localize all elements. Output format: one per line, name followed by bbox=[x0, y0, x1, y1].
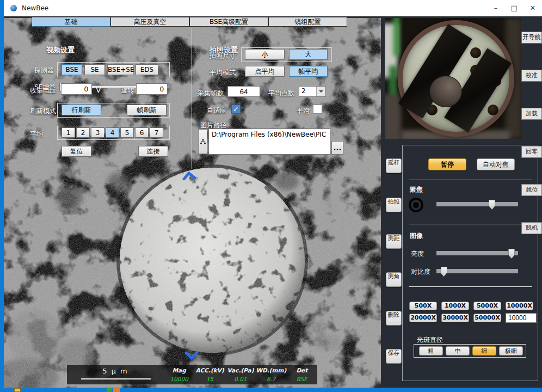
collect-voltage-label: 收集电压 bbox=[30, 86, 56, 95]
separator bbox=[409, 180, 532, 180]
detector-bse-se-button[interactable]: BSE+SE bbox=[107, 64, 133, 75]
calibrate-button[interactable]: 校准 bbox=[521, 70, 542, 82]
collect-voltage-input[interactable] bbox=[61, 83, 92, 95]
detector-se-button[interactable]: SE bbox=[84, 64, 105, 75]
reset-button[interactable]: 复位 bbox=[61, 146, 91, 157]
mag-10000x-button[interactable]: 10000X bbox=[506, 302, 533, 310]
stage-hole bbox=[470, 47, 481, 58]
average-3-button[interactable]: 3 bbox=[91, 127, 104, 138]
info-header: Det bbox=[287, 367, 317, 373]
pause-button[interactable]: 暂停 bbox=[428, 158, 466, 170]
app-tray-icon-2[interactable] bbox=[113, 388, 120, 392]
save-button[interactable]: 保存 bbox=[386, 349, 402, 364]
mag-30000x-button[interactable]: 30000X bbox=[441, 314, 469, 322]
app-logo-icon bbox=[10, 5, 17, 11]
joystick-button[interactable]: 摇杆 bbox=[386, 158, 402, 173]
path-input[interactable]: D:\Program Files (x86)\NewBee\PIC bbox=[208, 128, 330, 155]
app-tray-icon[interactable] bbox=[107, 388, 112, 392]
chevron-down-icon[interactable] bbox=[184, 351, 199, 360]
avg-point-button[interactable]: 点平均 bbox=[245, 66, 285, 77]
avg-points-dropdown[interactable]: 2 bbox=[299, 86, 326, 97]
detector-label: 探测器 bbox=[34, 66, 54, 75]
brightness-slider[interactable] bbox=[436, 251, 518, 255]
focus-label: 聚焦 bbox=[410, 185, 423, 194]
measure-angle-button[interactable]: 测角 bbox=[386, 272, 402, 287]
info-value: BSE bbox=[287, 376, 317, 382]
focus-slider[interactable] bbox=[436, 202, 518, 206]
size-small-button[interactable]: 小 bbox=[245, 49, 285, 60]
load-button[interactable]: 加载 bbox=[521, 108, 542, 120]
average-5-button[interactable]: 5 bbox=[120, 127, 134, 138]
size-large-button[interactable]: 大 bbox=[289, 49, 328, 60]
avg-points-label: 平均点数 bbox=[268, 89, 294, 98]
detector-eds-button[interactable]: EDS bbox=[136, 64, 158, 75]
smooth-label: 平滑 bbox=[297, 106, 310, 115]
info-vac: Vac.(Pa) 0.01 bbox=[225, 365, 256, 384]
contrast-slider[interactable] bbox=[436, 269, 518, 273]
info-header: ACC.(kV) bbox=[194, 367, 225, 373]
brightness-slider-thumb[interactable] bbox=[508, 249, 515, 259]
tab-lens-config[interactable]: 镜组配置 bbox=[268, 17, 347, 27]
tab-basic[interactable]: 基础 bbox=[32, 17, 110, 27]
adaptive-checkbox[interactable]: ✓ bbox=[231, 105, 241, 114]
path-tree-button[interactable] bbox=[199, 129, 207, 154]
average-7-button[interactable]: 7 bbox=[150, 127, 163, 138]
nav-open-button[interactable]: 开导航 bbox=[521, 32, 542, 44]
info-mag: Mag 10000 bbox=[164, 365, 194, 384]
focus-slider-thumb[interactable] bbox=[489, 200, 495, 210]
dropdown-arrow-icon[interactable] bbox=[316, 87, 325, 96]
rotation-input[interactable] bbox=[136, 83, 168, 95]
delete-button[interactable]: 删除 bbox=[386, 311, 402, 326]
camera-green-cable-2 bbox=[389, 66, 397, 99]
spot-fine-button[interactable]: 细 bbox=[472, 346, 496, 356]
average-4-button[interactable]: 4 bbox=[106, 127, 119, 138]
maximize-button[interactable]: □ bbox=[505, 0, 523, 16]
image-section-label: 图像 bbox=[410, 231, 423, 241]
adaptive-label: 自适应 bbox=[207, 106, 226, 115]
smooth-checkbox[interactable] bbox=[313, 105, 322, 114]
sample-stub bbox=[429, 76, 462, 107]
info-acc: ACC.(kV) 15 bbox=[194, 365, 225, 384]
contrast-slider-thumb[interactable] bbox=[441, 267, 447, 277]
minimize-button[interactable]: – bbox=[486, 0, 505, 16]
spot-coarse-button[interactable]: 粗 bbox=[419, 346, 443, 356]
autofocus-button[interactable]: 自动对焦 bbox=[477, 158, 515, 170]
info-header: WD.(mm) bbox=[256, 367, 286, 373]
browse-button[interactable]: ... bbox=[331, 141, 343, 155]
mag-value-input[interactable] bbox=[506, 313, 537, 323]
refresh-line-button[interactable]: 行刷新 bbox=[61, 105, 101, 115]
average-1-button[interactable]: 1 bbox=[61, 127, 75, 138]
measure-distance-button[interactable]: 测距 bbox=[386, 234, 402, 249]
separator bbox=[409, 224, 532, 224]
close-button[interactable]: ✕ bbox=[523, 0, 542, 16]
focus-knob[interactable] bbox=[409, 198, 423, 212]
mag-5000x-button[interactable]: 5000X bbox=[473, 302, 501, 310]
refresh-mode-label: 刷新模式 bbox=[30, 107, 56, 116]
mag-20000x-button[interactable]: 20000X bbox=[409, 314, 437, 322]
window-content: 5 μ m Mag 10000 ACC.(kV) 15 Vac.(Pa) 0.0… bbox=[4, 16, 542, 388]
tab-hv-vacuum[interactable]: 高压及真空 bbox=[110, 17, 189, 27]
camera-green-cable bbox=[393, 18, 399, 56]
connect-button[interactable]: 连接 bbox=[138, 146, 168, 157]
capture-button[interactable]: 拍照 bbox=[386, 198, 402, 212]
average-6-button[interactable]: 6 bbox=[135, 127, 149, 138]
average-2-button[interactable]: 2 bbox=[76, 127, 90, 138]
control-panel: 暂停 自动对焦 聚焦 图像 亮度 对比度 500X 1000X 5000X 10… bbox=[402, 145, 538, 381]
info-value: 15 bbox=[194, 376, 225, 382]
avg-frame-button[interactable]: 帧平均 bbox=[289, 66, 328, 77]
frames-input[interactable] bbox=[227, 86, 260, 97]
mag-1000x-button[interactable]: 1000X bbox=[441, 302, 469, 310]
mag-50000x-button[interactable]: 50000X bbox=[473, 314, 501, 322]
chevron-up-icon[interactable] bbox=[182, 171, 196, 180]
scale-value: 5 μ m bbox=[67, 367, 164, 375]
tab-bse-advanced[interactable]: BSE高级配置 bbox=[189, 17, 268, 27]
app-window: NewBee – □ ✕ bbox=[4, 0, 542, 388]
mag-500x-button[interactable]: 500X bbox=[409, 302, 437, 310]
spot-extra-fine-button[interactable]: 极细 bbox=[499, 346, 523, 356]
taskbar bbox=[0, 388, 542, 392]
voltage-unit-label: V bbox=[96, 85, 101, 94]
detector-bse-button[interactable]: BSE bbox=[61, 64, 82, 75]
spot-medium-button[interactable]: 中 bbox=[446, 346, 470, 356]
refresh-frame-button[interactable]: 帧刷新 bbox=[127, 105, 167, 115]
file-explorer-icon[interactable] bbox=[14, 388, 21, 392]
